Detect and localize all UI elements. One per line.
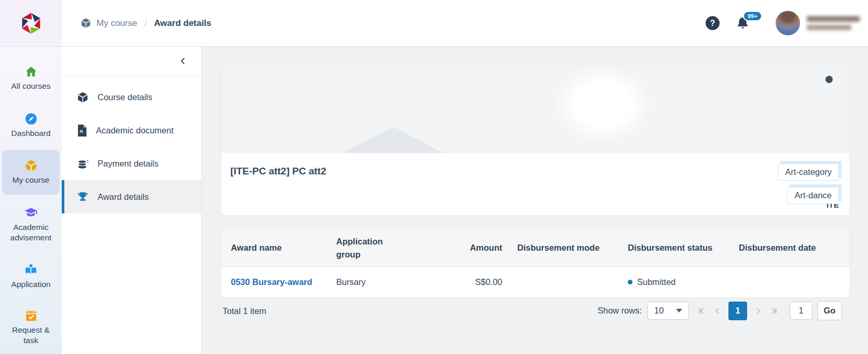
course-nav-label: Academic document xyxy=(96,126,174,135)
sidebar-item-label: Dashboard xyxy=(11,128,51,139)
pagination: Show rows: 10 1 Go xyxy=(598,301,842,320)
topbar-actions: ? 99+ xyxy=(706,11,868,35)
course-nav-academic-document[interactable]: A Academic document xyxy=(62,114,201,147)
previous-page-button[interactable] xyxy=(710,302,725,320)
chevron-down-icon xyxy=(676,309,682,312)
trophy-icon xyxy=(77,191,89,203)
application-group-cell: Bursary xyxy=(336,277,466,287)
cube-icon xyxy=(80,18,91,29)
user-name-blurred xyxy=(807,16,860,30)
sidebar-item-label: Request & task xyxy=(7,325,55,346)
next-page-button[interactable] xyxy=(750,302,766,320)
amount-cell: S$0.00 xyxy=(466,277,502,287)
banner-glow-decoration xyxy=(554,65,652,143)
svg-text:A: A xyxy=(79,128,83,134)
breadcrumb: My course / Award details xyxy=(80,18,211,29)
rows-per-page-select[interactable]: 10 xyxy=(647,302,689,320)
course-tag: Art-category xyxy=(778,164,839,181)
banner-mountain-decoration xyxy=(333,127,452,153)
table-header-row: Award name Application group Amount Disb… xyxy=(222,229,849,267)
help-icon[interactable]: ? xyxy=(706,16,720,30)
course-nav-label: Course details xyxy=(98,92,152,102)
column-header-disbursement-mode: Disbursement mode xyxy=(517,243,628,253)
first-page-button[interactable] xyxy=(694,302,710,320)
avatar xyxy=(776,11,800,35)
card-menu-dot[interactable] xyxy=(825,76,833,83)
column-header-award-name: Award name xyxy=(231,243,336,253)
course-nav-course-details[interactable]: Course details xyxy=(62,80,201,114)
cube-icon xyxy=(24,159,38,172)
course-title: [ITE-PC att2] PC att2 xyxy=(230,166,326,177)
sidebar-item-label: My course xyxy=(12,175,50,185)
total-items-text: Total 1 item xyxy=(223,306,266,316)
last-page-button[interactable] xyxy=(766,302,781,320)
current-page-button[interactable]: 1 xyxy=(728,302,747,320)
course-nav-label: Payment details xyxy=(98,159,158,169)
course-nav-panel: Course details A Academic document xyxy=(62,47,202,354)
breadcrumb-parent[interactable]: My course xyxy=(80,18,137,29)
award-name-link[interactable]: 0530 Bursary-award xyxy=(231,277,336,287)
sidebar-item-label: Application xyxy=(11,279,51,290)
sidebar-item-request-task[interactable]: Request & task xyxy=(0,309,62,346)
column-header-application-group: Application group xyxy=(336,235,398,261)
coins-icon xyxy=(77,158,89,170)
home-icon xyxy=(24,65,38,78)
course-tag: Art-dance xyxy=(787,187,839,204)
show-rows-label: Show rows: xyxy=(598,306,642,316)
go-button[interactable]: Go xyxy=(817,301,842,320)
course-banner xyxy=(222,65,849,153)
course-nav-award-details[interactable]: Award details xyxy=(62,180,201,213)
breadcrumb-parent-label: My course xyxy=(97,18,137,29)
disbursement-status-cell: Submitted xyxy=(628,277,739,287)
user-menu[interactable] xyxy=(776,11,860,35)
notifications-button[interactable]: 99+ xyxy=(736,16,750,30)
sidebar-item-all-courses[interactable]: All courses xyxy=(0,65,62,91)
calendar-check-icon xyxy=(24,309,38,322)
course-card: ITE [ITE-PC att2] PC att2 Art-category A… xyxy=(222,65,849,215)
course-nav-label: Award details xyxy=(98,192,149,202)
column-header-disbursement-date: Disbursement date xyxy=(739,243,840,253)
sidebar-item-label: All courses xyxy=(11,81,51,91)
book-person-icon xyxy=(24,263,38,277)
column-header-amount: Amount xyxy=(466,243,502,253)
status-dot xyxy=(628,280,632,284)
compass-icon xyxy=(24,112,38,126)
logo-icon xyxy=(19,11,43,35)
table-row: 0530 Bursary-award Bursary S$0.00 Submit… xyxy=(222,267,849,297)
column-header-disbursement-status: Disbursement status xyxy=(628,243,739,253)
status-badge: Submitted xyxy=(637,277,676,287)
top-bar: My course / Award details ? 99+ xyxy=(0,0,868,47)
sidebar-item-label: Academic advisement xyxy=(3,222,60,243)
sidebar-item-my-course[interactable]: My course xyxy=(2,150,60,195)
sidebar-item-dashboard[interactable]: Dashboard xyxy=(0,112,62,139)
cube-icon xyxy=(77,91,89,103)
graduation-cap-icon xyxy=(24,206,38,220)
page-title: Award details xyxy=(154,18,211,29)
panel-header xyxy=(62,47,201,76)
sidebar-item-application[interactable]: Application xyxy=(0,263,62,290)
chevron-left-icon[interactable] xyxy=(179,57,187,65)
notification-badge: 99+ xyxy=(743,11,762,21)
main-sidebar: All courses Dashboard My course xyxy=(0,47,62,354)
course-nav-payment-details[interactable]: Payment details xyxy=(62,147,201,180)
breadcrumb-separator: / xyxy=(144,19,146,28)
app-logo[interactable] xyxy=(0,0,62,46)
pdf-file-icon: A xyxy=(77,125,87,137)
rows-per-page-value: 10 xyxy=(654,306,664,316)
sidebar-item-academic-advisement[interactable]: Academic advisement xyxy=(0,206,62,243)
page-number-input[interactable] xyxy=(790,302,812,320)
awards-table: Award name Application group Amount Disb… xyxy=(222,229,849,297)
